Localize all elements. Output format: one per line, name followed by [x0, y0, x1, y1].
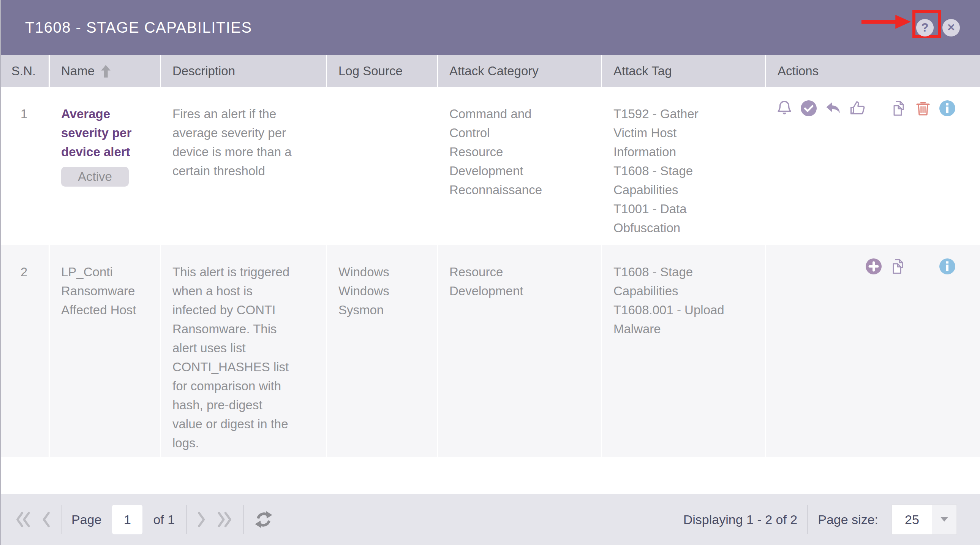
attack-category-item: Reconnaissance [449, 180, 563, 199]
page-size-label: Page size: [818, 512, 878, 527]
question-mark-icon: ? [921, 21, 929, 35]
log-source-item: Windows Sysmon [339, 282, 416, 320]
cell-log-source: WindowsWindows Sysmon [326, 245, 437, 457]
cell-actions [765, 87, 980, 245]
table-body: 1Average severity per device alertActive… [1, 87, 980, 457]
cell-actions [765, 245, 980, 457]
column-header-label: Description [172, 64, 235, 78]
column-header-s-n[interactable]: S.N. [1, 55, 49, 87]
close-button[interactable]: ✕ [942, 19, 960, 37]
bell-icon[interactable] [775, 99, 794, 118]
cell-name: LP_Conti Ransomware Affected Host [49, 245, 160, 457]
page-label: Page [72, 512, 102, 527]
cell-attack-tag: T1592 - Gather Victim Host InformationT1… [601, 87, 765, 245]
sort-ascending-icon [101, 65, 111, 78]
cell-name: Average severity per device alertActive [49, 87, 160, 245]
annotation-red-arrow [860, 14, 912, 30]
attack-category-item: Command and Control [449, 105, 563, 142]
thumbs-up-icon[interactable] [848, 99, 866, 118]
close-icon: ✕ [947, 22, 955, 33]
modal-titlebar: T1608 - STAGE CAPABILITIES ? ✕ [1, 0, 980, 55]
page-of-label: of 1 [153, 512, 175, 527]
displaying-count-label: Displaying 1 - 2 of 2 [683, 512, 798, 527]
info-icon[interactable] [938, 99, 956, 118]
copy-icon[interactable] [889, 257, 907, 276]
cell-log-source [326, 87, 437, 245]
column-header-log-source[interactable]: Log Source [326, 55, 437, 87]
column-header-label: Attack Category [449, 64, 539, 78]
alert-name-link[interactable]: Average severity per device alert [61, 105, 139, 161]
alert-rules-modal: T1608 - STAGE CAPABILITIES ? ✕ S.N.NameD… [0, 0, 980, 545]
description-text: This alert is triggered when a host is i… [172, 263, 322, 453]
column-header-label: Actions [778, 64, 819, 78]
divider [243, 505, 244, 534]
column-header-label: Attack Tag [613, 64, 671, 78]
description-text: Fires an alert if the average severity p… [172, 105, 322, 180]
attack-tag-item: T1001 - Data Obfuscation [613, 199, 731, 237]
column-header-description[interactable]: Description [160, 55, 326, 87]
table-row-1: 1Average severity per device alertActive… [1, 87, 980, 245]
cell-description: Fires an alert if the average severity p… [160, 87, 326, 245]
log-source-item: Windows [339, 263, 416, 282]
table-empty-area [1, 457, 980, 494]
page-size-select[interactable]: 25 [891, 504, 957, 535]
column-header-attack-category[interactable]: Attack Category [437, 55, 601, 87]
info-icon[interactable] [938, 257, 956, 276]
attack-category-item: Resource Development [449, 263, 563, 301]
attack-tag-item: T1592 - Gather Victim Host Information [613, 105, 731, 161]
cell-attack-category: Command and ControlResource DevelopmentR… [437, 87, 601, 245]
dropdown-arrow-icon [932, 505, 956, 534]
table-header-row: S.N.NameDescriptionLog SourceAttack Cate… [1, 55, 980, 87]
attack-tag-item: T1608 - Stage Capabilities [613, 161, 731, 199]
column-header-label: Name [61, 64, 95, 78]
check-circle-icon[interactable] [800, 99, 818, 118]
divider [186, 505, 187, 534]
status-badge: Active [61, 167, 129, 186]
help-button[interactable]: ? [916, 19, 934, 37]
attack-tag-item: T1608.001 - Upload Malware [613, 301, 731, 339]
divider [807, 505, 808, 534]
plus-circle-icon[interactable] [864, 257, 883, 276]
cell-description: This alert is triggered when a host is i… [160, 245, 326, 457]
column-header-actions[interactable]: Actions [765, 55, 980, 87]
cell-attack-tag: T1608 - Stage CapabilitiesT1608.001 - Up… [601, 245, 765, 457]
refresh-button[interactable] [254, 510, 274, 529]
modal-title: T1608 - STAGE CAPABILITIES [25, 19, 252, 36]
trash-icon[interactable] [914, 99, 932, 118]
cell-serial-number: 2 [1, 245, 49, 457]
column-header-attack-tag[interactable]: Attack Tag [601, 55, 765, 87]
attack-category-item: Resource Development [449, 142, 563, 180]
table-row-2: 2LP_Conti Ransomware Affected HostThis a… [1, 245, 980, 457]
undo-icon[interactable] [824, 99, 842, 118]
attack-tag-item: T1608 - Stage Capabilities [613, 263, 731, 301]
column-header-name[interactable]: Name [49, 55, 160, 87]
page-size-value: 25 [892, 505, 932, 534]
cell-attack-category: Resource Development [437, 245, 601, 457]
cell-serial-number: 1 [1, 87, 49, 245]
divider [61, 505, 62, 534]
column-header-label: Log Source [339, 64, 402, 78]
pagination-bar: Page 1 of 1 Displaying 1 - 2 of 2 Page s… [1, 494, 980, 545]
last-page-button[interactable] [216, 510, 233, 529]
alert-name-link: LP_Conti Ransomware Affected Host [61, 263, 139, 320]
copy-icon[interactable] [889, 99, 908, 118]
first-page-button[interactable] [14, 510, 31, 529]
page-number-input[interactable]: 1 [112, 505, 142, 534]
previous-page-button[interactable] [41, 510, 51, 529]
next-page-button[interactable] [197, 510, 207, 529]
column-header-label: S.N. [11, 64, 36, 78]
